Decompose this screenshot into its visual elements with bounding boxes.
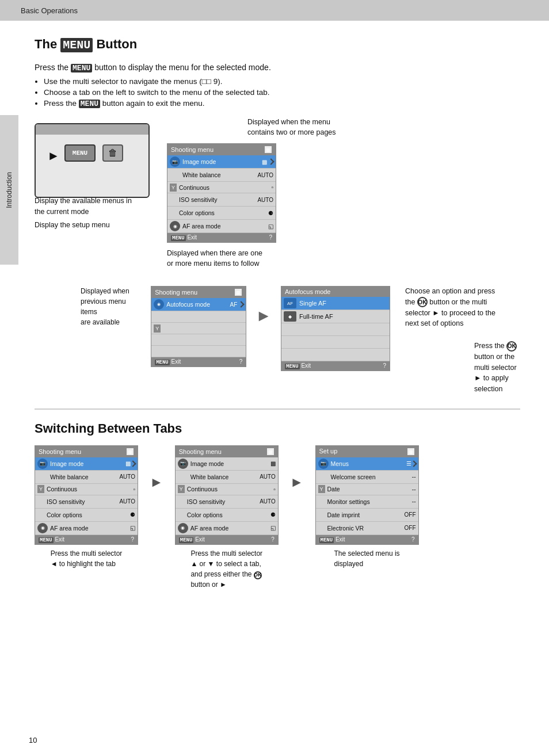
mid-left-screenshot: Shooting menu ▩ ◉ Autofocus mode AF Y [151,286,246,367]
setup-row-welcome: Welcome screen -- [316,471,418,484]
setup-row-menus: 📷 Menus ☰ [316,457,418,471]
af-row-fulltime: ◆ Full-time AF [281,310,390,323]
bottom2-row-af: ◉ AF area mode ◱ [176,522,278,535]
camera-menu-button: MENU [64,144,96,162]
bullet-1: Use the multi selector to navigate the m… [44,77,520,86]
bottom2-row-image: 📷 Image mode ▩ [176,457,278,471]
setup-row-evr: Electronic VR OFF [316,522,418,535]
row-icon-y2: Y [154,324,161,333]
page: Basic Operations Introduction The MENU B… [0,0,549,756]
bottom1-row-wb: White balance AUTO [35,471,138,484]
annotation-previous: Displayed whenprevious menu itemsare ava… [81,286,143,327]
af-header: Autofocus mode [281,287,390,297]
menu-row-white-balance: White balance AUTO [167,169,276,182]
row-icon-camera: 📷 [170,156,180,167]
bottom-arrow-1: ► [150,474,163,490]
bottom-arrow-2: ► [290,474,304,490]
af-icon-fulltime: ◆ [284,311,296,322]
af-row-single: AF Single AF [281,297,390,310]
bottom-caption-2: Press the multi selector ▲ or ▼ to selec… [190,548,262,590]
row-icon-c: ◉ [170,221,180,231]
top-bar-label: Basic Operations [21,6,78,15]
menu-row-af-area: ◉ AF area mode ◱ [167,220,276,233]
display-setup-label: Display the setup menu [35,220,132,231]
bottom2-row-iso: ISO sensitivity AUTO [176,495,278,509]
menu-row-image-mode: 📷 Image mode ▩ [167,155,276,169]
bullet-list: Use the multi selector to navigate the m… [44,77,520,108]
ok-btn-2: OK [506,341,517,352]
menu-footer: MENU Exit ? [167,233,276,242]
bottom2-row-wb: White balance AUTO [176,471,278,484]
bottom-screenshots-row: Shooting menu ▩ 📷 Image mode ▩ White bal… [35,445,520,590]
bottom2-row-cont: Y Continuous ▫ [176,484,278,495]
footer-menu-word: MENU [171,235,186,241]
bottom-screenshot-3: Set up ▩ 📷 Menus ☰ Welcome screen -- [315,445,419,545]
bullet-2: Choose a tab on the left to switch to th… [44,88,520,97]
row-icon-spacer [170,170,180,180]
bottom2-row-color: Color options ⚈ [176,509,278,522]
caption-press-ok: Press the OK button or themulti selector… [474,341,520,395]
menu-row-continuous: Y Continuous ▫ [167,182,276,193]
intro-text: Press the MENU button to display the men… [35,63,520,72]
section-divider [35,408,520,410]
annotation-one-or-more: Displayed when there are oneor more menu… [167,249,262,269]
sidebar-label: Introduction [0,115,18,265]
content: The MENU Button Press the MENU button to… [0,21,549,615]
af-row-empty3 [281,349,390,361]
mid-left-footer: MENU Exit ? [151,357,246,366]
menu-row-iso: ISO sensitivity AUTO [167,193,276,207]
mid-left-empty1 [151,311,246,323]
setup-row-date: Y Date -- [316,484,418,495]
menu-word-intro: MENU [71,64,92,72]
ok-btn-bottom: OK [254,571,262,579]
bottom-caption-1: Press the multi selector ◄ to highlight … [51,548,123,569]
setup-row-imprint: Date imprint OFF [316,509,418,522]
menu-word-title: MENU [60,38,93,52]
bottom1-row-cont: Y Continuous ▫ [35,484,138,495]
bottom-screenshot-2: Shooting menu ▩ 📷 Image mode ▩ White bal… [175,445,279,545]
bottom1-row-iso: ISO sensitivity AUTO [35,495,138,509]
af-footer: MENU Exit ? [281,361,390,371]
top-diagram-area: ► MENU 🗑 Display the available menus in … [35,117,520,269]
camera-arrow-indicator: ► [47,148,60,163]
af-row-empty2 [281,336,390,349]
bullet-3: Press the MENU button again to exit the … [44,99,520,108]
page-number: 10 [29,736,37,744]
top-bar: Basic Operations [0,0,549,21]
setup-row-monitor: Monitor settings -- [316,495,418,509]
bottom1-row-color: Color options ⚈ [35,509,138,522]
bottom-col-2: Shooting menu ▩ 📷 Image mode ▩ White bal… [175,445,279,590]
ok-btn-1: OK [417,297,428,307]
row-icon-af: ◉ [154,299,164,310]
mid-left-autofocus-row: ◉ Autofocus mode AF [151,298,246,311]
mid-left-empty3 [151,346,246,357]
page-title: The MENU Button [35,37,137,52]
bottom-col-1: Shooting menu ▩ 📷 Image mode ▩ White bal… [35,445,138,569]
display-menus-label2: the current mode [35,207,132,217]
af-row-empty1 [281,323,390,336]
annotation-two-pages: Displayed when the menucontains two or m… [247,117,336,138]
camera-trash-button: 🗑 [102,144,123,162]
switching-tabs-title: Switching Between Tabs [35,421,520,436]
menu-row-color: Color options ⚈ [167,207,276,220]
mid-left-header: Shooting menu ▩ [151,287,246,298]
af-icon-single: AF [284,298,296,308]
bottom-col-3: Set up ▩ 📷 Menus ☰ Welcome screen -- [315,445,419,569]
bottom-screenshot-1: Shooting menu ▩ 📷 Image mode ▩ White bal… [35,445,138,545]
af-mode-screenshot: Autofocus mode AF Single AF ◆ Full-time … [281,286,390,371]
caption-choose-option: Choose an option and pressthe OK button … [405,286,520,329]
mid-section: Displayed whenprevious menu itemsare ava… [81,286,520,395]
row-icon-color [170,208,177,218]
mid-left-empty2 [151,334,246,346]
menu-word-bullet: MENU [79,100,100,108]
page-icon: ▩ [264,146,272,154]
row-icon-y: Y [170,184,177,192]
menu-screenshot-header: Shooting menu ▩ [167,144,276,155]
top-menu-screenshot: Shooting menu ▩ 📷 Image mode ▩ [167,143,276,243]
bottom1-row-af: ◉ AF area mode ◱ [35,522,138,535]
mid-left-y-row: Y [151,323,246,334]
bottom1-row-image: 📷 Image mode ▩ [35,457,138,471]
bottom-caption-3: The selected menu is displayed [334,548,400,569]
row-icon-iso [170,194,177,205]
camera-illustration: ► MENU 🗑 [35,123,150,198]
